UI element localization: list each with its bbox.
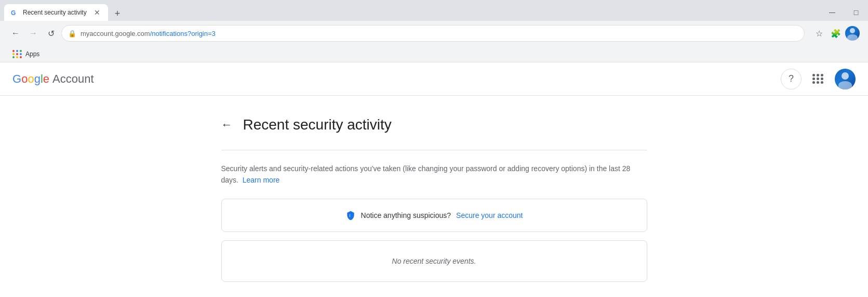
toolbar: ← → ↺ 🔒 myaccount.google.com/notificatio… [0,21,868,46]
help-button[interactable]: ? [781,69,802,89]
main-content: ← Recent security activity Security aler… [211,96,658,297]
new-tab-button[interactable]: + [110,6,125,21]
browser-window: G Recent security activity ✕ + — □ ← → ↺… [0,0,868,62]
tab-title: Recent security activity [23,9,88,16]
forward-button[interactable]: → [26,26,41,41]
tab-bar: G Recent security activity ✕ + — □ [0,0,868,21]
google-apps-grid-icon [812,74,824,84]
user-avatar[interactable] [835,69,856,89]
apps-grid-icon [12,50,22,58]
window-controls: — □ [820,4,868,21]
apps-label: Apps [25,50,39,58]
svg-text:G: G [11,9,16,17]
shield-icon: ! [345,210,356,221]
toolbar-right-icons: ☆ 🧩 [812,26,860,41]
page-title: Recent security activity [243,117,392,133]
tab-favicon: G [10,8,19,17]
divider [221,150,647,150]
back-button[interactable]: ← [8,26,23,41]
apps-link[interactable]: Apps [8,48,44,60]
description-text: Security alerts and security-related act… [221,163,647,186]
google-apps-button[interactable] [808,69,829,89]
account-text: Account [52,72,94,86]
maximize-button[interactable]: □ [844,4,868,21]
google-account-logo[interactable]: Google Account [12,72,94,86]
suspicious-content: ! Notice anything suspicious? Secure you… [345,210,523,221]
ga-header: Google Account ? [0,62,868,96]
header-right: ? [781,69,856,89]
address-bar[interactable]: 🔒 myaccount.google.com/notifications?ori… [61,25,805,42]
learn-more-link[interactable]: Learn more [243,176,280,184]
address-text: myaccount.google.com/notifications?origi… [81,30,216,37]
svg-text:!: ! [349,213,350,217]
page-header-row: ← Recent security activity [221,117,647,133]
bookmark-star-button[interactable]: ☆ [812,26,826,41]
suspicious-activity-card: ! Notice anything suspicious? Secure you… [221,199,647,232]
no-events-card: No recent security events. [221,240,647,282]
no-events-text: No recent security events. [392,257,476,265]
extensions-button[interactable]: 🧩 [829,26,843,41]
reload-button[interactable]: ↺ [44,26,58,41]
lock-icon: 🔒 [68,30,76,37]
bookmarks-bar: Apps [0,46,868,62]
back-arrow-button[interactable]: ← [221,118,233,132]
active-tab[interactable]: G Recent security activity ✕ [4,4,108,21]
secure-account-link[interactable]: Secure your account [456,211,523,219]
suspicious-text: Notice anything suspicious? [361,211,451,219]
google-logo-text: Google [12,72,49,86]
page-content: Google Account ? [0,62,868,297]
minimize-button[interactable]: — [820,4,844,21]
profile-avatar-toolbar[interactable] [845,26,860,41]
tab-close-icon[interactable]: ✕ [92,8,102,17]
